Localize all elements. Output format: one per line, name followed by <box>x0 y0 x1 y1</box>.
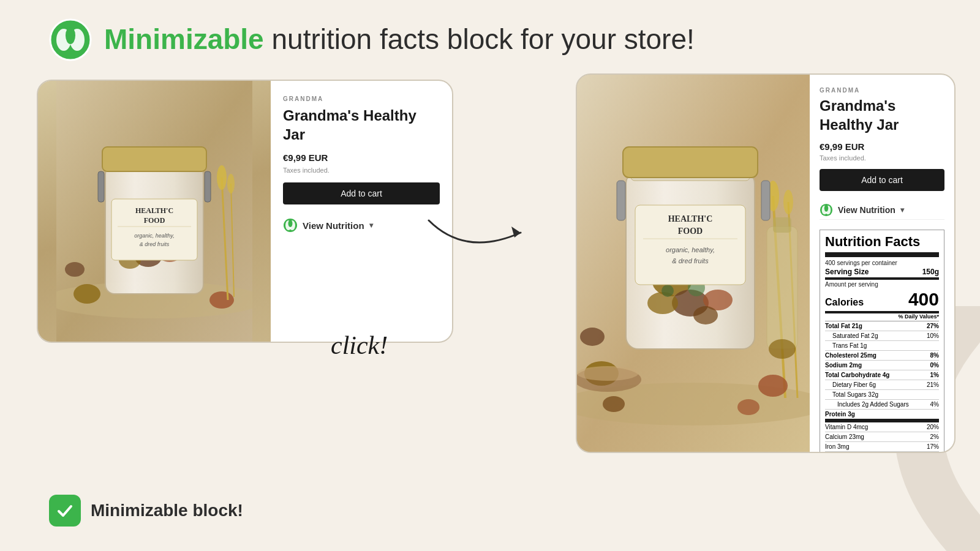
svg-point-38 <box>783 190 793 214</box>
svg-rect-7 <box>102 147 206 171</box>
nf-row-trans-fat: Trans Fat 1g <box>825 341 939 351</box>
right-taxes: Taxes included. <box>820 154 944 162</box>
svg-rect-40 <box>773 217 791 233</box>
jar-illustration-left: HEALTH'C FOOD organic, healthy, & dred f… <box>56 81 252 342</box>
svg-text:FOOD: FOOD <box>678 227 703 236</box>
left-product-title: Grandma's Healthy Jar <box>283 106 440 144</box>
left-taxes: Taxes included. <box>283 167 440 174</box>
jar-illustration-right: HEALTH'C FOOD organic, healthy, & dred f… <box>577 75 810 452</box>
nf-row-dietary-fiber: Dietary Fiber 6g21% <box>825 380 939 390</box>
nf-row-iron: Iron 3mg17% <box>825 442 939 452</box>
svg-text:& dred fruits: & dred fruits <box>140 241 170 247</box>
checkmark-icon <box>56 501 74 520</box>
svg-point-26 <box>217 165 227 190</box>
nf-row-total-fat: Total Fat 21g27% <box>825 321 939 331</box>
nutrition-leaf-icon-right <box>820 203 833 217</box>
svg-rect-44 <box>617 181 625 220</box>
check-badge-icon <box>49 495 81 527</box>
bottom-badge-text: Minimizable block! <box>91 501 243 520</box>
right-card-info: GRANDMA Grandma's Healthy Jar €9,99 EUR … <box>810 75 954 452</box>
svg-text:HEALTH'C: HEALTH'C <box>668 214 713 223</box>
svg-point-65 <box>603 396 625 412</box>
svg-point-23 <box>65 262 85 277</box>
svg-rect-8 <box>98 171 104 202</box>
svg-text:organic, healthy,: organic, healthy, <box>134 233 174 239</box>
nf-row-total-carb: Total Carbohydrate 4g1% <box>825 370 939 380</box>
nf-row-calcium: Calcium 23mg2% <box>825 432 939 442</box>
arrow-indicator <box>417 184 539 282</box>
nf-row-total-sugars: Total Sugars 32g <box>825 390 939 400</box>
right-add-to-cart-button[interactable]: Add to cart <box>820 169 944 191</box>
nf-calories-label: Calories <box>825 297 864 308</box>
svg-point-3 <box>66 27 75 44</box>
right-view-nutrition-button[interactable]: View Nutrition ▾ <box>820 201 944 220</box>
nf-row-added-sugars: Includes 2g Added Sugars4% <box>825 400 939 410</box>
nf-serving-size-label: Serving Size <box>825 268 869 276</box>
header-title: Minimizable nutrition facts block for yo… <box>104 23 695 56</box>
right-brand-label: GRANDMA <box>820 87 944 94</box>
svg-point-52 <box>693 306 718 324</box>
svg-rect-9 <box>205 171 211 202</box>
svg-text:HEALTH'C: HEALTH'C <box>135 206 173 215</box>
nf-row-sodium: Sodium 2mg0% <box>825 361 939 370</box>
svg-rect-43 <box>623 147 758 178</box>
svg-point-54 <box>662 285 674 297</box>
right-product-title: Grandma's Healthy Jar <box>820 96 944 134</box>
right-product-image: HEALTH'C FOOD organic, healthy, & dred f… <box>577 75 810 452</box>
nf-calories-row: Calories 400 <box>825 288 939 313</box>
svg-point-22 <box>209 291 234 309</box>
nf-row-cholesterol: Cholesterol 25mg8% <box>825 351 939 361</box>
right-product-card: HEALTH'C FOOD organic, healthy, & dred f… <box>576 73 956 453</box>
main-content: HEALTH'C FOOD organic, healthy, & dred f… <box>0 73 980 343</box>
nutrition-facts-panel: Nutrition Facts 400 servings per contain… <box>820 230 944 452</box>
svg-point-68 <box>577 366 638 381</box>
svg-point-62 <box>758 375 788 397</box>
right-view-nutrition-label: View Nutrition <box>838 205 895 215</box>
svg-point-27 <box>227 174 235 193</box>
app-logo-icon <box>49 18 92 61</box>
bottom-badge: Minimizable block! <box>49 495 243 527</box>
svg-rect-39 <box>767 227 797 349</box>
svg-text:& dred fruits: & dred fruits <box>672 257 709 264</box>
nf-dv-header: % Daily Values* <box>825 313 939 321</box>
nutrition-leaf-icon-left <box>283 218 298 233</box>
nf-amount-label: Amount per serving <box>825 281 939 288</box>
svg-point-66 <box>737 399 760 415</box>
left-chevron-down-icon: ▾ <box>369 221 373 230</box>
left-view-nutrition-label: View Nutrition <box>303 220 364 231</box>
svg-point-49 <box>647 292 678 314</box>
nf-serving-size-value: 150g <box>922 268 939 276</box>
nf-title: Nutrition Facts <box>825 234 939 257</box>
svg-point-64 <box>769 339 796 359</box>
svg-text:FOOD: FOOD <box>144 216 165 225</box>
svg-point-63 <box>580 328 605 346</box>
nf-serving-size-row: Serving Size 150g <box>825 266 939 280</box>
nf-servings: 400 servings per container <box>825 260 939 266</box>
svg-point-31 <box>288 220 293 227</box>
right-price: €9,99 EUR <box>820 141 944 152</box>
svg-text:organic, healthy,: organic, healthy, <box>666 246 715 253</box>
left-product-image: HEALTH'C FOOD organic, healthy, & dred f… <box>38 81 271 342</box>
nf-row-vitamin-d: Vitamin D 4mcg20% <box>825 422 939 432</box>
svg-point-21 <box>74 284 100 304</box>
header: Minimizable nutrition facts block for yo… <box>0 0 980 73</box>
svg-rect-45 <box>761 181 770 220</box>
nf-calories-value: 400 <box>908 289 939 310</box>
right-chevron-down-icon: ▾ <box>900 206 904 214</box>
left-product-card: HEALTH'C FOOD organic, healthy, & dred f… <box>37 80 453 343</box>
nf-row-protein: Protein 3g <box>825 410 939 422</box>
click-label: click! <box>331 331 388 360</box>
left-brand-label: GRANDMA <box>283 96 440 102</box>
svg-point-72 <box>824 205 828 212</box>
nf-row-sat-fat: Saturated Fat 2g10% <box>825 331 939 341</box>
left-price: €9,99 EUR <box>283 152 440 163</box>
